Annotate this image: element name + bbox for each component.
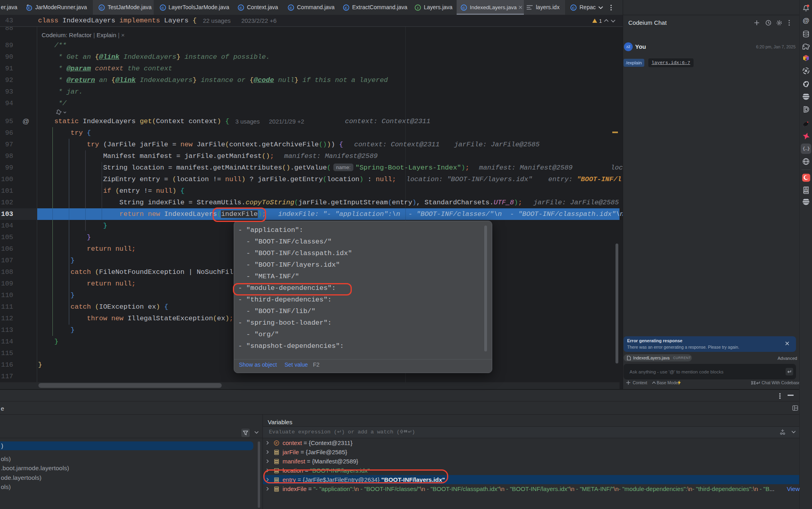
svg-text:C: C [463, 6, 465, 10]
svg-text:C: C [572, 6, 575, 10]
svg-text:M: M [805, 58, 807, 61]
svg-text:P: P [275, 441, 278, 445]
svg-text:C: C [240, 6, 243, 10]
svg-text:C: C [162, 6, 164, 10]
svg-text:I: I [417, 6, 419, 10]
svg-text:C: C [28, 6, 31, 10]
svg-text:A: A [805, 189, 807, 192]
svg-text:1: 1 [599, 18, 602, 24]
svg-text:C: C [100, 6, 103, 10]
svg-text:C: C [290, 6, 293, 10]
svg-text:C: C [345, 6, 348, 10]
